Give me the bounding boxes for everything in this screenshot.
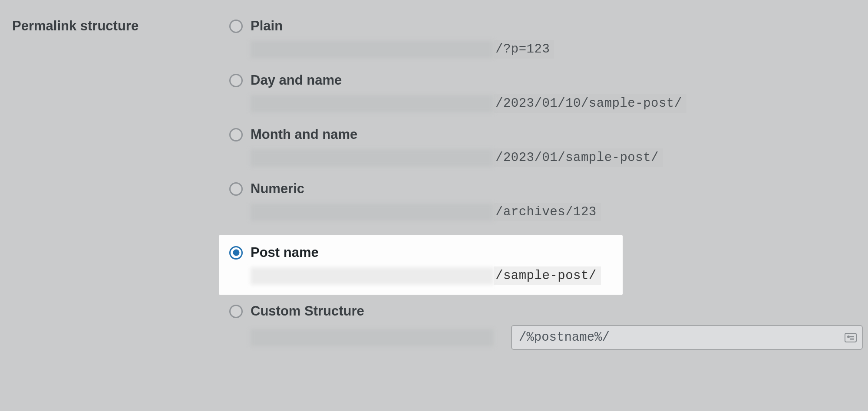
option-post-name: Post name /sample-post/	[229, 245, 612, 285]
option-custom-structure: Custom Structure	[229, 303, 868, 364]
example-month-and-name: /2023/01/sample-post/	[251, 148, 868, 167]
option-day-and-name: Day and name /2023/01/10/sample-post/	[229, 72, 868, 127]
option-plain: Plain /?p=123	[229, 18, 868, 72]
example-path-day-and-name: /2023/01/10/sample-post/	[494, 94, 686, 113]
option-label-numeric[interactable]: Numeric	[251, 181, 304, 197]
example-post-name: /sample-post/	[251, 266, 612, 285]
radio-day-and-name[interactable]	[229, 74, 243, 87]
example-path-plain: /?p=123	[494, 40, 554, 59]
radio-month-and-name[interactable]	[229, 128, 243, 141]
autofill-icon[interactable]	[845, 333, 857, 342]
blurred-domain	[251, 95, 494, 112]
option-label-day-and-name[interactable]: Day and name	[251, 72, 342, 88]
example-path-month-and-name: /2023/01/sample-post/	[494, 148, 663, 167]
blurred-domain	[251, 41, 494, 58]
example-path-numeric: /archives/123	[494, 203, 601, 221]
option-label-month-and-name[interactable]: Month and name	[251, 127, 357, 142]
example-path-post-name: /sample-post/	[494, 266, 601, 285]
option-label-custom-structure[interactable]: Custom Structure	[251, 303, 364, 319]
example-day-and-name: /2023/01/10/sample-post/	[251, 94, 868, 113]
radio-numeric[interactable]	[229, 182, 243, 196]
radio-post-name[interactable]	[229, 246, 243, 260]
radio-custom-structure[interactable]	[229, 305, 243, 318]
custom-structure-row	[251, 325, 868, 350]
blurred-domain	[251, 329, 494, 346]
blurred-domain	[251, 149, 494, 167]
blurred-domain	[251, 204, 494, 221]
section-title: Permalink structure	[12, 18, 229, 364]
blurred-domain	[251, 267, 494, 285]
radio-plain[interactable]	[229, 20, 243, 33]
option-label-plain[interactable]: Plain	[251, 18, 283, 34]
example-plain: /?p=123	[251, 40, 868, 59]
example-numeric: /archives/123	[251, 203, 868, 221]
option-label-post-name[interactable]: Post name	[251, 245, 319, 260]
option-numeric: Numeric /archives/123	[229, 181, 868, 235]
custom-structure-input[interactable]	[511, 325, 863, 350]
option-month-and-name: Month and name /2023/01/sample-post/	[229, 127, 868, 181]
permalink-options: Plain /?p=123 Day and name /2023/01/10/s…	[229, 18, 868, 364]
option-post-name-highlight: Post name /sample-post/	[219, 235, 623, 295]
